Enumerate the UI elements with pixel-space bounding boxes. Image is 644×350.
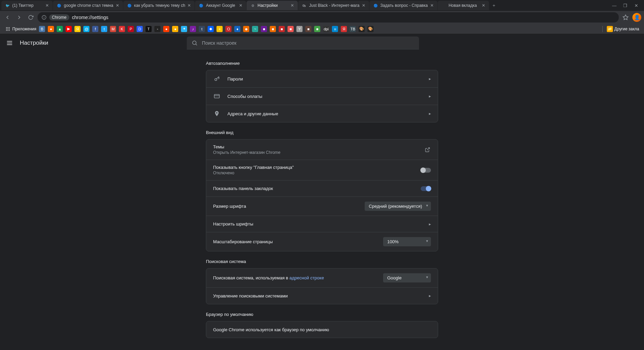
- bookmark-icon[interactable]: P: [128, 26, 134, 32]
- tab-title: Аккаунт Google: [206, 3, 237, 8]
- bookmark-icon[interactable]: 🎨: [359, 26, 365, 32]
- reload-button[interactable]: [26, 13, 36, 22]
- bookmark-icon[interactable]: ♪: [190, 26, 196, 32]
- manage-search-row[interactable]: Управление поисковыми системами ▸: [206, 288, 438, 304]
- bookmark-icon[interactable]: O: [225, 26, 232, 32]
- forward-button[interactable]: [14, 13, 24, 22]
- tab-help[interactable]: 🔵 Задать вопрос - Справка ✕: [369, 1, 437, 10]
- address-bar-link[interactable]: адресной строке: [290, 275, 324, 280]
- passwords-row[interactable]: Пароли ▸: [206, 70, 438, 88]
- bookmark-icon[interactable]: ♦: [234, 26, 240, 32]
- close-icon[interactable]: ✕: [429, 3, 435, 8]
- bookmark-icon[interactable]: Я: [341, 26, 347, 32]
- bookmark-icon[interactable]: ТВ: [350, 26, 356, 32]
- maximize-button[interactable]: ❐: [622, 2, 628, 9]
- home-button-toggle[interactable]: [421, 168, 431, 173]
- tab-just-black[interactable]: 🛍 Just Black - Интернет-мага ✕: [298, 1, 369, 10]
- other-bookmarks-button[interactable]: 📁 Другие закла: [605, 25, 641, 33]
- close-icon[interactable]: ✕: [481, 3, 486, 8]
- close-icon[interactable]: ✕: [186, 3, 192, 8]
- card-icon: [213, 92, 221, 100]
- bookmark-icon[interactable]: ▲: [57, 26, 63, 32]
- bookmark-icon[interactable]: +: [216, 26, 223, 32]
- bookmark-icon[interactable]: ◆: [208, 26, 214, 32]
- bookmark-icon[interactable]: 🎨: [367, 26, 374, 32]
- apps-button[interactable]: Приложения: [3, 25, 38, 33]
- bookmark-icon[interactable]: ■: [270, 26, 276, 32]
- bookmark-icon[interactable]: ■: [314, 26, 320, 32]
- close-icon[interactable]: ✕: [44, 3, 50, 8]
- bookmark-icon[interactable]: ■: [279, 26, 285, 32]
- bookmark-icon[interactable]: ●: [172, 26, 178, 32]
- site-info-icon[interactable]: [42, 15, 46, 20]
- bookmark-icon[interactable]: t: [101, 26, 107, 32]
- close-icon[interactable]: ✕: [238, 3, 243, 8]
- addresses-row[interactable]: Адреса и другие данные ▸: [206, 105, 438, 122]
- bookmark-icon[interactable]: T: [145, 26, 152, 32]
- customize-fonts-row[interactable]: Настроить шрифты ▸: [206, 216, 438, 232]
- tab-google-account[interactable]: 🔵 Аккаунт Google ✕: [195, 1, 246, 10]
- bookmark-icon[interactable]: ■: [288, 26, 294, 32]
- new-tab-button[interactable]: ＋: [489, 1, 499, 10]
- payment-label: Способы оплаты: [227, 94, 425, 99]
- back-button[interactable]: [3, 13, 12, 22]
- payment-row[interactable]: Способы оплаты ▸: [206, 88, 438, 105]
- settings-search-input[interactable]: [202, 40, 414, 46]
- bookmark-icon[interactable]: ■: [305, 26, 311, 32]
- bookmark-icon[interactable]: ■: [261, 26, 267, 32]
- tab-title: как убрать темную тему ch: [134, 3, 185, 8]
- chevron-right-icon: ▸: [425, 76, 431, 81]
- close-icon[interactable]: ✕: [290, 3, 295, 8]
- bookmark-icon[interactable]: ◦: [154, 26, 160, 32]
- apps-label: Приложения: [12, 27, 36, 31]
- svg-point-12: [9, 30, 10, 30]
- profile-avatar[interactable]: 👤: [632, 13, 641, 22]
- bookmark-icon[interactable]: Я: [74, 26, 81, 32]
- menu-button[interactable]: [5, 39, 14, 47]
- bookmark-icon[interactable]: B: [39, 26, 45, 32]
- svg-point-8: [8, 28, 8, 29]
- close-icon[interactable]: ✕: [361, 3, 366, 8]
- tab-new-tab[interactable]: Новая вкладка ✕: [438, 1, 489, 10]
- bookmark-icon[interactable]: D: [137, 26, 143, 32]
- bookmark-icon[interactable]: ☻: [243, 26, 249, 32]
- omnibox-chip: Chrome: [49, 14, 69, 20]
- bookmark-icon[interactable]: н: [332, 26, 338, 32]
- bookmark-icon[interactable]: f: [92, 26, 98, 32]
- search-engine-text: Поисковая система, используемая в адресн…: [213, 275, 383, 280]
- bookmark-icon[interactable]: Y: [296, 26, 303, 32]
- tab-twitter[interactable]: 🐦 (1) Твиттер ✕: [1, 1, 53, 10]
- tab-google-search-2[interactable]: 🔵 как убрать темную тему ch ✕: [123, 1, 195, 10]
- bookmark-icon[interactable]: t: [199, 26, 205, 32]
- tab-settings[interactable]: ⚙ Настройки ✕: [247, 1, 298, 10]
- font-size-dropdown[interactable]: Средний (рекомендуется): [365, 202, 431, 211]
- bookmark-icon[interactable]: M: [110, 26, 116, 32]
- settings-content[interactable]: Автозаполнение Пароли ▸ Способы оплаты ▸: [0, 52, 644, 350]
- settings-search-box[interactable]: [187, 37, 419, 49]
- twitter-icon: 🐦: [5, 3, 10, 8]
- tab-google-search-1[interactable]: 🔵 google chrome стал темна ✕: [53, 1, 123, 10]
- bookmarks-bar-toggle[interactable]: [421, 186, 431, 191]
- store-icon: 🛍: [302, 3, 307, 8]
- bookmark-icon[interactable]: dpi: [323, 26, 329, 32]
- customize-fonts-label: Настроить шрифты: [213, 221, 425, 227]
- page-zoom-dropdown[interactable]: 100%: [383, 237, 431, 246]
- bookmark-star-icon[interactable]: [621, 13, 630, 22]
- omnibox[interactable]: Chrome chrome://settings: [38, 12, 619, 23]
- minimize-button[interactable]: —: [611, 2, 617, 9]
- bookmark-icon[interactable]: K: [119, 26, 125, 32]
- close-window-button[interactable]: ✕: [633, 2, 639, 9]
- bookmark-icon[interactable]: ●: [163, 26, 169, 32]
- pin-icon: [213, 110, 221, 117]
- bookmark-icon[interactable]: ▶: [66, 26, 72, 32]
- themes-row[interactable]: Темы Открыть Интернет-магазин Chrome: [206, 140, 438, 160]
- show-bookmarks-label: Показывать панель закладок: [213, 186, 421, 191]
- bookmark-icon[interactable]: @: [83, 26, 89, 32]
- bookmark-icon[interactable]: ●: [48, 26, 54, 32]
- bookmark-icon[interactable]: ✦: [181, 26, 187, 32]
- close-icon[interactable]: ✕: [115, 3, 120, 8]
- search-engine-dropdown[interactable]: Google: [383, 273, 431, 282]
- bookmark-icon[interactable]: ~: [252, 26, 258, 32]
- tab-title: Just Black - Интернет-мага: [309, 3, 359, 8]
- home-button-label: Показывать кнопку "Главная страница": [213, 165, 421, 170]
